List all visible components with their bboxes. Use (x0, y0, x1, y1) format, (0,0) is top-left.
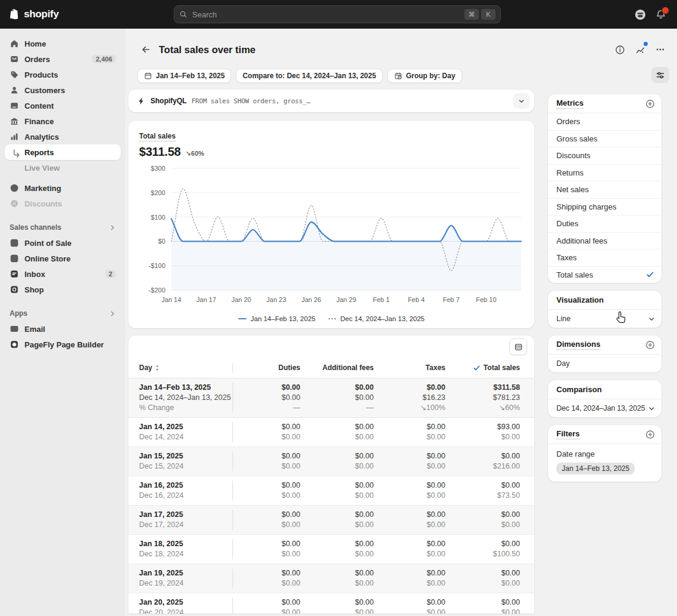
sidebar-item-email[interactable]: Email (5, 321, 121, 337)
add-dimension-button[interactable] (645, 340, 655, 350)
table-row-jan-16-2025: Jan 16, 2025Dec 16, 2024$0.00$0.00$0.00$… (128, 476, 534, 506)
date-range-filter-label: Date range (556, 449, 653, 458)
visualization-select[interactable]: Line (548, 310, 661, 328)
date-range-filter-pill[interactable]: Jan 14–Feb 13, 2025 (556, 463, 635, 475)
sidebar-item-discounts[interactable]: Discounts (5, 196, 121, 211)
comparison-select[interactable]: Dec 14, 2024–Jan 13, 2025 (548, 399, 661, 417)
metric-item-returns[interactable]: Returns (548, 164, 661, 181)
chart-metric-change: ↘60% (186, 150, 204, 158)
shopifyql-query: FROM sales SHOW orders, gross_… (192, 97, 310, 105)
new-feature-dot (644, 42, 648, 46)
column-header-taxes[interactable]: Taxes (374, 363, 445, 373)
page-title: Total sales over time (159, 44, 256, 56)
section-apps[interactable]: Apps (10, 309, 116, 318)
plus-circle-icon (645, 99, 655, 109)
sidebar-item-customers[interactable]: Customers (5, 82, 121, 98)
back-button[interactable] (137, 41, 154, 58)
orders-icon (10, 54, 19, 64)
chart-metric-label[interactable]: Total sales (139, 132, 176, 141)
compare-to-chip[interactable]: Compare to: Dec 14, 2024–Jan 13, 2025 (236, 69, 382, 83)
sidebar-item-online-store[interactable]: Online Store (5, 251, 121, 266)
notifications-button[interactable] (656, 9, 666, 20)
svg-text:$200: $200 (151, 189, 165, 196)
svg-text:$300: $300 (151, 165, 165, 172)
finance-icon (10, 116, 19, 126)
column-header-duties[interactable]: Duties (233, 363, 300, 373)
sub-arrow-icon (11, 149, 19, 156)
sidebar-item-content[interactable]: Content (5, 98, 121, 113)
metric-item-orders[interactable]: Orders (548, 113, 661, 130)
pagefly-page-builder-icon (10, 340, 19, 349)
sidebar-item-analytics[interactable]: Analytics (5, 129, 121, 144)
sidebar-item-orders[interactable]: Orders2,406 (5, 51, 121, 67)
info-icon (615, 45, 625, 55)
calendar-icon (144, 72, 152, 80)
insights-icon (635, 45, 645, 55)
metric-item-total-sales[interactable]: Total sales (548, 266, 661, 284)
search-icon (179, 10, 187, 19)
search-input[interactable] (191, 10, 462, 20)
shopifyql-bar[interactable]: ShopifyQL FROM sales SHOW orders, gross_… (128, 90, 534, 112)
group-by-chip[interactable]: Group by: Day (387, 69, 462, 83)
visualization-title: Visualization (556, 295, 604, 304)
sidebar-item-shop[interactable]: Shop (5, 282, 121, 297)
column-header-total-sales[interactable]: Total sales (445, 363, 520, 373)
date-range-chip[interactable]: Jan 14–Feb 13, 2025 (137, 69, 231, 83)
email-icon (10, 324, 19, 334)
add-metric-button[interactable] (645, 99, 655, 109)
more-horizontal-icon (656, 45, 665, 54)
add-filter-button[interactable] (645, 430, 655, 439)
expand-query-button[interactable] (513, 93, 530, 109)
table-header-row: DayDutiesAdditional feesTaxesTotal sales (128, 358, 534, 378)
sales-line-chart[interactable]: $300$200$100$0-$100-$200Jan 14Jan 17Jan … (134, 161, 528, 312)
metric-item-gross-sales[interactable]: Gross sales (548, 130, 661, 147)
metric-item-taxes[interactable]: Taxes (548, 249, 661, 266)
dimension-day[interactable]: Day (548, 355, 661, 372)
metric-item-duties[interactable]: Duties (548, 215, 661, 232)
info-button[interactable] (611, 41, 628, 58)
chart-metric-value: $311.58 (139, 145, 181, 159)
sidebar-item-point-of-sale[interactable]: Point of Sale (5, 235, 121, 251)
notification-badge (661, 7, 669, 14)
sidebar-item-products[interactable]: Products (5, 67, 121, 82)
visualization-card: Visualization Line (548, 291, 661, 328)
sidebar-item-pagefly-page-builder[interactable]: PageFly Page Builder (5, 337, 121, 352)
insights-button[interactable] (632, 41, 648, 58)
shopify-wordmark: shopify (24, 8, 59, 20)
view-options-button[interactable] (651, 67, 669, 83)
analytics-icon (10, 132, 19, 141)
products-icon (10, 70, 19, 79)
plus-circle-icon (645, 340, 655, 350)
svg-text:-$200: -$200 (149, 287, 165, 294)
table-view-button[interactable] (509, 338, 527, 355)
column-header-additional-fees[interactable]: Additional fees (300, 363, 374, 373)
store-avatar[interactable] (635, 9, 646, 20)
svg-text:Feb 7: Feb 7 (443, 296, 460, 303)
metric-item-net-sales[interactable]: Net sales (548, 181, 661, 198)
sidebar-item-finance[interactable]: Finance (5, 113, 121, 129)
metric-item-shipping-charges[interactable]: Shipping charges (548, 198, 661, 215)
metric-item-discounts[interactable]: Discounts (548, 147, 661, 164)
comparison-card: Comparison Dec 14, 2024–Jan 13, 2025 (548, 380, 661, 417)
column-header-day[interactable]: Day (128, 363, 233, 373)
sidebar-item-home[interactable]: Home (5, 36, 121, 51)
table-row-jan-18-2025: Jan 18, 2025Dec 18, 2024$0.00$0.00$0.00$… (128, 535, 534, 564)
more-button[interactable] (652, 41, 669, 58)
dimensions-card: Dimensions Day (548, 335, 661, 372)
chart-card: Total sales $311.58 ↘60% $300$200$100$0-… (128, 121, 534, 328)
shopify-logo[interactable]: shopify (0, 8, 59, 21)
online-store-icon (10, 254, 19, 263)
sidebar-item-inbox[interactable]: Inbox2 (5, 266, 121, 282)
sidebar-item-marketing[interactable]: Marketing (5, 180, 121, 196)
main-content: Total sales over time Jan 14–Feb 13, 202… (125, 29, 677, 616)
global-search[interactable]: ⌘ K (174, 5, 501, 23)
table-row-jan-20-2025: Jan 20, 2025Dec 20, 2024$0.00$0.00$0.00$… (128, 593, 534, 614)
shopify-bag-icon (8, 8, 20, 21)
section-sales-channels[interactable]: Sales channels (10, 223, 116, 232)
dimensions-title: Dimensions (556, 340, 601, 350)
svg-text:Feb 4: Feb 4 (408, 296, 424, 303)
metric-item-additional-fees[interactable]: Additional fees (548, 232, 661, 250)
sidebar-item-live-view[interactable]: Live View (5, 160, 121, 175)
previous-period-legend-marker (328, 318, 336, 320)
sidebar-item-reports[interactable]: Reports (5, 144, 121, 160)
